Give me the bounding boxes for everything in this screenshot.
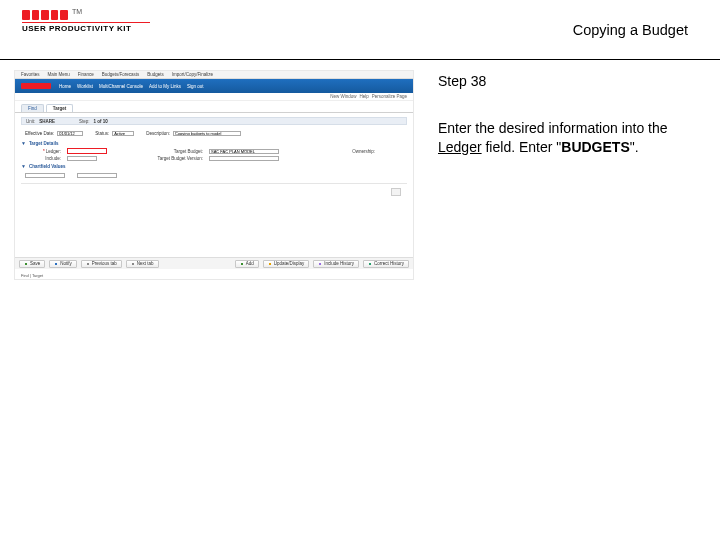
app-bar: Home Worklist MultiChannel Console Add t… — [15, 79, 413, 93]
correct-icon — [368, 262, 372, 266]
save-button[interactable]: Save — [19, 260, 45, 268]
target-version-label: Target Budget Version: — [143, 156, 203, 161]
section-target-details[interactable]: ▼ Target Details — [21, 140, 407, 146]
chevron-down-icon: ▼ — [21, 140, 26, 146]
ledger-field[interactable] — [67, 148, 107, 154]
history-icon — [318, 262, 322, 266]
chevron-down-icon: ▼ — [21, 163, 26, 169]
desc-label: Description: — [146, 131, 170, 136]
breadcrumb-bar: Favorites Main Menu Finance Budgets/Fore… — [15, 71, 413, 79]
chartfield-input-1[interactable] — [25, 173, 65, 178]
next-tab-button[interactable]: Next tab — [126, 260, 159, 268]
update-icon — [268, 262, 272, 266]
step-number: Step 38 — [438, 72, 692, 91]
instruction-value: BUDGETS — [561, 139, 629, 155]
notify-button[interactable]: Notify — [49, 260, 77, 268]
crumb-import-copy[interactable]: Import/Copy/Finalize — [172, 72, 213, 77]
nav-addlinks[interactable]: Add to My Links — [149, 84, 181, 89]
brand-subtitle: USER PRODUCTIVITY KIT — [22, 24, 150, 33]
unit-label: Unit: — [26, 119, 35, 124]
crumb-favorites[interactable]: Favorites — [21, 72, 40, 77]
target-fields: Ledger: Target Budget: Ownership: Includ… — [21, 148, 407, 161]
step-value: 1 of 10 — [94, 119, 108, 124]
ledger-label: Ledger: — [21, 149, 61, 154]
page-header: ORACLE TM USER PRODUCTIVITY KIT Copying … — [0, 0, 720, 60]
crumb-finance[interactable]: Finance — [78, 72, 94, 77]
trademark: TM — [72, 8, 82, 15]
tab-bar: Find Target — [15, 101, 413, 113]
instruction-field-name: Ledger — [438, 139, 482, 155]
page-title: Copying a Budget — [573, 22, 688, 38]
add-icon — [240, 262, 244, 266]
correct-history-button[interactable]: Correct History — [363, 260, 409, 268]
oracle-logo-icon — [21, 83, 51, 89]
ownership-label: Ownership: — [315, 149, 375, 154]
status-label: Status: — [95, 131, 109, 136]
tab-find[interactable]: Find — [21, 104, 44, 112]
save-icon — [24, 262, 28, 266]
instruction-text: Enter the desired information into the L… — [438, 119, 692, 157]
context-personalize[interactable]: Personalize Page — [372, 94, 407, 99]
notify-icon — [54, 262, 58, 266]
update-display-button[interactable]: Update/Display — [263, 260, 310, 268]
crumb-budgets[interactable]: Budgets — [147, 72, 164, 77]
include-field[interactable] — [67, 156, 97, 161]
target-budget-label: Target Budget: — [143, 149, 203, 154]
step-label: Step: — [79, 119, 90, 124]
section-chartfield[interactable]: ▼ Chartfield Values — [21, 163, 407, 169]
nav-home[interactable]: Home — [59, 84, 71, 89]
desc-field[interactable] — [173, 131, 241, 136]
effdate-field[interactable] — [57, 131, 83, 136]
lower-panel — [21, 183, 407, 203]
effdate-label: Effective Date: — [25, 131, 54, 136]
status-links[interactable]: Find | Target — [21, 273, 43, 278]
brand-block: ORACLE TM USER PRODUCTIVITY KIT — [22, 10, 150, 33]
brand-divider — [22, 22, 150, 23]
nav-mcconsole[interactable]: MultiChannel Console — [99, 84, 143, 89]
prev-icon — [86, 262, 90, 266]
nav-worklist[interactable]: Worklist — [77, 84, 93, 89]
unit-value: SHARE — [39, 119, 55, 124]
context-help[interactable]: Help — [359, 94, 368, 99]
summary-strip: Unit:SHARE Step:1 of 10 — [21, 117, 407, 125]
include-history-button[interactable]: Include History — [313, 260, 359, 268]
target-budget-field[interactable] — [209, 149, 279, 154]
context-bar: New Window Help Personalize Page — [15, 93, 413, 101]
previous-tab-button[interactable]: Previous tab — [81, 260, 122, 268]
action-bar: Save Notify Previous tab Next tab Add Up… — [15, 257, 413, 269]
app-screenshot: Favorites Main Menu Finance Budgets/Fore… — [14, 70, 414, 280]
crumb-main-menu[interactable]: Main Menu — [48, 72, 70, 77]
context-new-window[interactable]: New Window — [330, 94, 356, 99]
next-icon — [131, 262, 135, 266]
add-button[interactable]: Add — [235, 260, 259, 268]
crumb-budgets-forecasts[interactable]: Budgets/Forecasts — [102, 72, 140, 77]
status-field[interactable] — [112, 131, 134, 136]
oracle-logo-icon — [22, 10, 68, 20]
include-label: Include: — [21, 156, 61, 161]
tab-target[interactable]: Target — [46, 104, 73, 112]
chartfield-input-2[interactable] — [77, 173, 117, 178]
expand-box[interactable] — [391, 188, 401, 196]
target-version-field[interactable] — [209, 156, 279, 161]
process-row: Effective Date: Status: Description: — [21, 129, 407, 137]
nav-signout[interactable]: Sign out — [187, 84, 204, 89]
